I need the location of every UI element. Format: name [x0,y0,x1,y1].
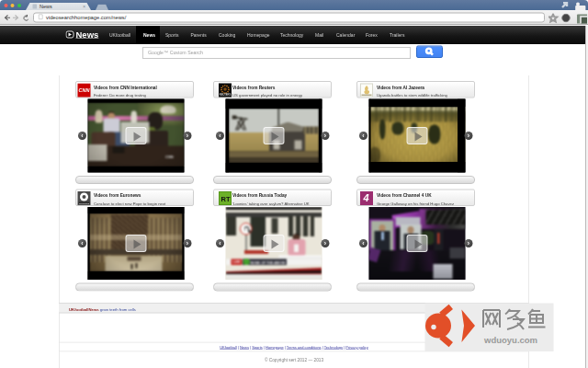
svg-text:REUTERS: REUTERS [220,93,232,97]
